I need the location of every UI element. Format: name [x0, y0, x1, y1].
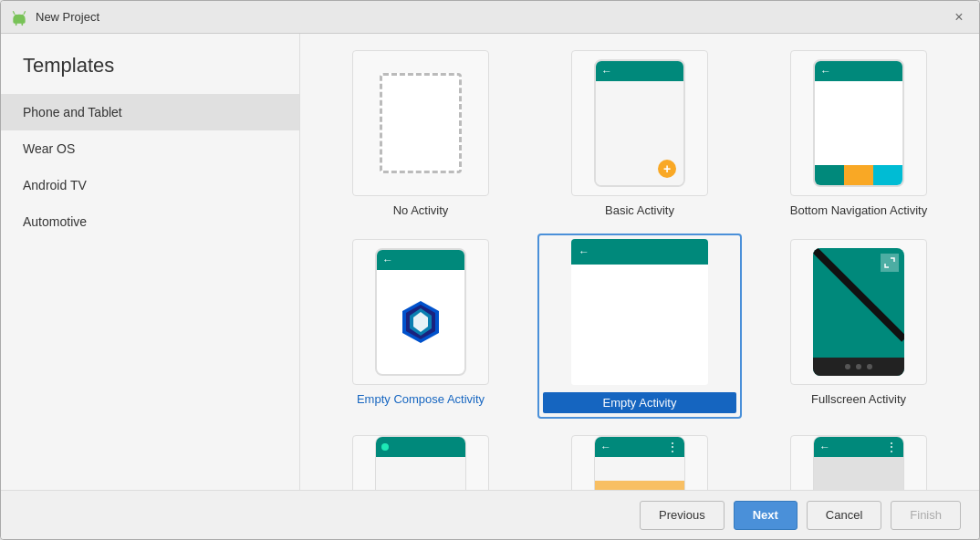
- no-activity-box: [380, 73, 462, 173]
- partial-header-1: [376, 437, 465, 457]
- template-card-basic-activity[interactable]: ← + Basic Activity: [537, 45, 742, 223]
- partial-phone-2: ← ⋮: [594, 436, 685, 490]
- bottom-nav-phone: ←: [813, 59, 904, 187]
- partial-preview-3: ← ⋮: [790, 435, 927, 490]
- partial-preview-2: ← ⋮: [571, 435, 708, 490]
- back-arrow-icon: ←: [579, 245, 589, 258]
- template-card-partial-1[interactable]: [318, 430, 523, 490]
- template-card-empty-activity[interactable]: ← Empty Activity: [537, 234, 742, 419]
- nav-seg-1: [815, 165, 844, 185]
- fullscreen-phone: [813, 248, 904, 376]
- template-card-empty-compose[interactable]: ← Empty Compose Acti: [318, 234, 523, 419]
- no-activity-label: No Activity: [393, 203, 449, 217]
- footer: Previous Next Cancel Finish: [1, 490, 979, 539]
- back-arrow-icon: ←: [382, 254, 393, 266]
- template-card-bottom-nav[interactable]: ← Bottom Navigation Activity: [756, 45, 961, 223]
- compose-phone: ←: [375, 248, 466, 376]
- partial-body-3: [814, 457, 903, 490]
- template-card-partial-3[interactable]: ← ⋮: [756, 430, 961, 490]
- compose-body: [377, 270, 464, 374]
- nav-dot-3: [867, 364, 872, 369]
- sidebar: Templates Phone and Tablet Wear OS Andro…: [1, 34, 300, 490]
- back-arrow-icon: ←: [820, 65, 831, 78]
- finish-button[interactable]: Finish: [891, 501, 961, 530]
- partial-phone-3: ← ⋮: [813, 436, 904, 490]
- android-logo-icon: [10, 8, 28, 26]
- partial-preview-1: [352, 435, 489, 490]
- fullscreen-nav-bar: [813, 358, 904, 376]
- menu-dots-icon: ⋮: [885, 440, 898, 454]
- sidebar-item-wear-os[interactable]: Wear OS: [1, 130, 299, 167]
- compose-header: ←: [377, 250, 464, 270]
- fullscreen-label: Fullscreen Activity: [811, 392, 906, 406]
- svg-rect-3: [22, 22, 24, 25]
- main-content: Templates Phone and Tablet Wear OS Andro…: [1, 34, 979, 490]
- nav-seg-2: [844, 165, 873, 185]
- sidebar-item-phone-tablet[interactable]: Phone and Tablet: [1, 94, 299, 130]
- close-button[interactable]: ×: [948, 6, 970, 28]
- bottom-nav-bar: [815, 165, 902, 185]
- fullscreen-preview-container: [790, 239, 927, 385]
- partial-header-3: ← ⋮: [814, 437, 903, 457]
- no-activity-preview: [352, 50, 489, 196]
- empty-activity-phone: ←: [571, 239, 708, 385]
- nav-dot-2: [856, 364, 861, 369]
- template-card-partial-2[interactable]: ← ⋮: [537, 430, 742, 490]
- partial-header-2: ← ⋮: [595, 437, 684, 457]
- empty-activity-preview-container: ←: [571, 239, 708, 385]
- template-grid: No Activity ← + Basic Activity: [300, 34, 979, 490]
- sidebar-title: Templates: [1, 34, 299, 94]
- bottom-nav-header: ←: [815, 61, 902, 81]
- nav-seg-3: [873, 165, 902, 185]
- yellow-bar: [595, 481, 684, 490]
- empty-header: ←: [571, 239, 708, 265]
- green-dot-icon: [381, 443, 389, 451]
- template-card-no-activity[interactable]: No Activity: [318, 45, 523, 223]
- partial-phone-1: [375, 436, 466, 490]
- svg-rect-2: [16, 22, 17, 25]
- template-card-fullscreen[interactable]: Fullscreen Activity: [756, 234, 961, 419]
- basic-activity-label: Basic Activity: [605, 203, 674, 217]
- empty-compose-preview-container: ←: [352, 239, 489, 385]
- back-arrow-icon: ←: [819, 441, 830, 453]
- cancel-button[interactable]: Cancel: [807, 501, 881, 530]
- fab-icon: +: [658, 160, 676, 178]
- basic-phone-header: ←: [596, 61, 683, 81]
- next-button[interactable]: Next: [734, 501, 798, 530]
- title-bar: New Project ×: [1, 1, 979, 34]
- svg-line-5: [24, 11, 26, 14]
- nav-dot-1: [845, 364, 850, 369]
- empty-activity-label: Empty Activity: [543, 392, 736, 413]
- previous-button[interactable]: Previous: [640, 501, 725, 530]
- basic-phone: ← +: [594, 59, 685, 187]
- back-arrow-icon: ←: [601, 65, 612, 78]
- basic-phone-body: +: [596, 81, 683, 185]
- bottom-nav-preview-container: ←: [790, 50, 927, 196]
- sidebar-item-android-tv[interactable]: Android TV: [1, 167, 299, 203]
- partial-body-2: [595, 457, 684, 490]
- bottom-nav-label: Bottom Navigation Activity: [790, 203, 927, 217]
- back-arrow-icon: ←: [600, 441, 611, 453]
- window-title: New Project: [36, 10, 948, 24]
- basic-activity-preview: ← +: [571, 50, 708, 196]
- empty-compose-label: Empty Compose Activity: [357, 392, 485, 406]
- fullscreen-expand-icon: [881, 254, 899, 272]
- expand-icon: [883, 256, 896, 269]
- menu-dots-icon: ⋮: [666, 440, 679, 454]
- svg-line-4: [13, 11, 15, 14]
- empty-body: [571, 265, 708, 385]
- sidebar-item-automotive[interactable]: Automotive: [1, 203, 299, 240]
- compose-hexagon-icon: [401, 299, 441, 345]
- new-project-window: New Project × Templates Phone and Tablet…: [0, 0, 980, 540]
